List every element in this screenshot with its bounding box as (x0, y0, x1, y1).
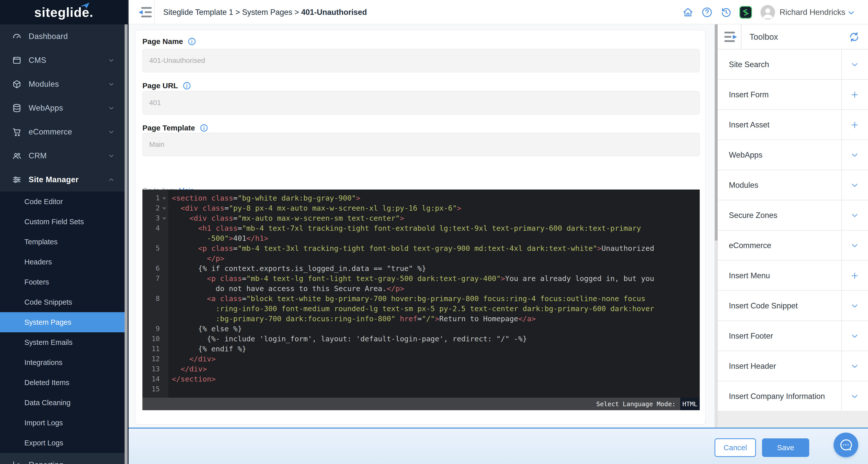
plus-icon[interactable] (841, 80, 868, 110)
page-name-input[interactable] (143, 49, 700, 72)
chevron-down-icon[interactable] (841, 50, 868, 80)
sidebar-subitem-code-snippets[interactable]: Code Snippets (0, 292, 128, 312)
plus-icon[interactable] (841, 110, 868, 140)
page-url-input[interactable] (143, 91, 700, 115)
toolbox-item-insert-menu[interactable]: Insert Menu (718, 261, 868, 291)
chevron-down-icon[interactable] (841, 321, 868, 351)
info-icon[interactable] (188, 37, 196, 46)
toolbox-item-site-search[interactable]: Site Search (718, 50, 868, 80)
cancel-button[interactable]: Cancel (715, 438, 756, 457)
code-line: :ring-info-300 font-medium rounded-lg te… (143, 303, 700, 314)
sidebar-subitem-code-editor[interactable]: Code Editor (0, 192, 128, 212)
save-button[interactable]: Save (762, 438, 809, 457)
toolbox-header: Toolbox (718, 24, 868, 50)
chevron-down-icon[interactable] (841, 351, 868, 381)
chevron-down-icon (108, 129, 115, 135)
toolbox-item-insert-code-snippet[interactable]: Insert Code Snippet (718, 291, 868, 321)
sidebar-subitem-integrations[interactable]: Integrations (0, 352, 128, 373)
chevron-down-icon[interactable] (841, 381, 868, 411)
sidebar-subitem-deleted-items[interactable]: Deleted Items (0, 373, 128, 393)
topbar: Siteglide Template 1 > System Pages > 40… (129, 0, 868, 24)
sidebar-submenu: Code EditorCustom Field SetsTemplatesHea… (0, 192, 128, 453)
code-line: 8 <a class="block text-white bg-primary-… (143, 294, 700, 303)
toolbox-item-label: Insert Header (729, 351, 776, 381)
toolbox-item-insert-company-information[interactable]: Insert Company Information (718, 381, 868, 411)
code-line: -500">401</h1> (143, 233, 700, 243)
code-editor[interactable]: 1<section class="bg-white dark:bg-gray-9… (143, 190, 700, 410)
sidebar-item-reporting[interactable]: Reporting (0, 453, 128, 464)
line-number (143, 253, 168, 263)
avatar[interactable] (761, 5, 775, 20)
sidebar-subitem-system-emails[interactable]: System Emails (0, 332, 128, 352)
sidebar-subitem-export-logs[interactable]: Export Logs (0, 433, 128, 453)
sidebar-item-crm[interactable]: CRM (0, 144, 128, 168)
sidebar-subitem-templates[interactable]: Templates (0, 232, 128, 252)
sidebar-item-webapps[interactable]: WebApps (0, 96, 128, 120)
line-number: 7 (143, 273, 168, 284)
page-template-input[interactable] (143, 133, 700, 156)
chevron-down-icon[interactable] (841, 200, 868, 231)
sidebar-subitem-data-cleaning[interactable]: Data Cleaning (0, 393, 128, 413)
chevron-down-icon[interactable] (841, 231, 868, 261)
toolbox-item-modules[interactable]: Modules (718, 170, 868, 200)
sidebar-subitem-custom-field-sets[interactable]: Custom Field Sets (0, 212, 128, 232)
toolbox-collapse-icon[interactable] (724, 31, 741, 43)
chevron-down-icon[interactable] (841, 291, 868, 321)
fold-caret-icon[interactable] (162, 197, 166, 200)
user-chevron-down-icon[interactable] (847, 9, 855, 17)
sidebar-collapse-icon[interactable] (137, 6, 154, 18)
siteglide-app-icon[interactable] (739, 6, 752, 19)
toolbox-item-webapps[interactable]: WebApps (718, 140, 868, 170)
sidebar-item-label: WebApps (29, 104, 63, 113)
help-icon[interactable] (701, 6, 713, 18)
main-scrollbar[interactable] (715, 24, 718, 428)
line-number: 12 (143, 354, 168, 364)
toolbox-item-label: eCommerce (729, 231, 771, 261)
refresh-icon[interactable] (848, 31, 860, 43)
home-icon[interactable] (682, 6, 694, 18)
sidebar-subitem-headers[interactable]: Headers (0, 252, 128, 272)
sidebar-item-dashboard[interactable]: Dashboard (0, 24, 128, 48)
main-scrollbar-thumb[interactable] (715, 24, 718, 240)
info-icon[interactable] (200, 124, 208, 132)
sidebar-scrollbar[interactable] (125, 24, 128, 464)
sidebar-subitem-import-logs[interactable]: Import Logs (0, 413, 128, 433)
language-mode-select[interactable]: HTML (680, 398, 700, 410)
plus-icon[interactable] (841, 261, 868, 291)
sidebar-item-cms[interactable]: CMS (0, 48, 128, 72)
code-line: 10 {%- include 'login_form', layout: 'de… (143, 334, 700, 344)
toolbox-item-label: Insert Footer (729, 321, 773, 351)
sidebar-item-label: Dashboard (29, 32, 68, 41)
line-number (143, 314, 168, 324)
toolbox-item-insert-form[interactable]: Insert Form (718, 80, 868, 110)
chevron-down-icon (108, 105, 115, 111)
toolbox-item-insert-asset[interactable]: Insert Asset (718, 110, 868, 140)
database-icon (12, 103, 22, 113)
toolbox-item-ecommerce[interactable]: eCommerce (718, 231, 868, 261)
sidebar-subitem-system-pages[interactable]: System Pages (0, 312, 128, 332)
sidebar-subitem-footers[interactable]: Footers (0, 272, 128, 292)
sliders-icon (12, 175, 22, 184)
sidebar-item-label: Site Manager (29, 175, 79, 184)
info-icon[interactable] (183, 82, 191, 90)
line-number: 9 (143, 324, 168, 334)
toolbox-item-insert-header[interactable]: Insert Header (718, 351, 868, 381)
user-menu[interactable]: Richard Hendricks (780, 0, 845, 24)
sidebar-item-site-manager[interactable]: Site Manager (0, 168, 128, 192)
gauge-icon (12, 32, 22, 41)
history-icon[interactable] (720, 6, 732, 18)
toolbox-item-secure-zones[interactable]: Secure Zones (718, 200, 868, 231)
chevron-down-icon[interactable] (841, 140, 868, 170)
sidebar-item-modules[interactable]: Modules (0, 72, 128, 96)
chat-button[interactable] (834, 433, 858, 457)
fold-caret-icon[interactable] (162, 207, 166, 210)
chart-icon (12, 460, 22, 464)
sidebar-item-ecommerce[interactable]: eCommerce (0, 120, 128, 144)
line-number (143, 284, 168, 294)
fold-caret-icon[interactable] (162, 218, 166, 220)
code-line: 3 <div class="mx-auto max-w-screen-sm te… (143, 213, 700, 223)
line-number: 11 (143, 344, 168, 354)
toolbox-item-insert-footer[interactable]: Insert Footer (718, 321, 868, 351)
toolbox-item-label: Insert Asset (729, 110, 770, 140)
chevron-down-icon[interactable] (841, 170, 868, 200)
